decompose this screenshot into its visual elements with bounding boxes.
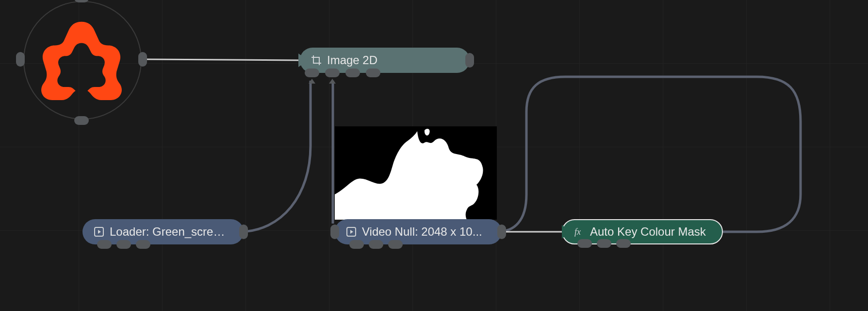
node-label: Image 2D bbox=[327, 53, 377, 67]
node-port-bottom-3[interactable] bbox=[345, 69, 360, 77]
node-preview-thumbnail bbox=[335, 126, 497, 220]
node-port-bottom-3[interactable] bbox=[136, 240, 150, 249]
node-port-right[interactable] bbox=[465, 53, 474, 68]
node-input-arrow bbox=[298, 53, 308, 67]
node-port-left[interactable] bbox=[330, 225, 339, 239]
hub-port-left[interactable] bbox=[16, 52, 25, 67]
node-port-bottom-2[interactable] bbox=[116, 240, 131, 249]
node-port-bottom-2[interactable] bbox=[597, 239, 611, 248]
node-port-bottom-1[interactable] bbox=[577, 239, 592, 248]
play-icon bbox=[345, 226, 357, 238]
node-input-arrow bbox=[562, 225, 572, 239]
node-port-bottom-1[interactable] bbox=[97, 240, 112, 249]
node-canvas[interactable]: Image 2D Loader: Green_screen ... bbox=[0, 0, 868, 311]
node-label: Loader: Green_screen ... bbox=[110, 225, 229, 239]
project-hub-node[interactable] bbox=[16, 0, 147, 124]
crop-icon bbox=[311, 54, 322, 66]
node-port-bottom-3[interactable] bbox=[388, 240, 403, 249]
node-port-bottom-4[interactable] bbox=[366, 69, 380, 77]
node-port-bottom-2[interactable] bbox=[325, 69, 340, 77]
node-label: Auto Key Colour Mask bbox=[590, 225, 706, 239]
node-port-bottom-3[interactable] bbox=[616, 239, 631, 248]
node-image-2d[interactable]: Image 2D bbox=[300, 48, 470, 73]
node-label: Video Null: 2048 x 10... bbox=[362, 225, 482, 239]
node-auto-key-colour-mask[interactable]: fx Auto Key Colour Mask bbox=[562, 219, 723, 244]
node-port-bottom-2[interactable] bbox=[369, 240, 383, 249]
app-logo-icon bbox=[41, 18, 122, 100]
node-video-null[interactable]: Video Null: 2048 x 10... bbox=[335, 219, 502, 244]
port-arrow-icon bbox=[309, 79, 315, 84]
node-port-bottom-1[interactable] bbox=[305, 69, 319, 77]
svg-text:fx: fx bbox=[574, 227, 581, 237]
hub-port-right[interactable] bbox=[138, 52, 147, 67]
fx-icon: fx bbox=[573, 226, 585, 238]
node-loader[interactable]: Loader: Green_screen ... bbox=[82, 219, 244, 244]
port-arrow-icon bbox=[329, 79, 336, 84]
node-port-right[interactable] bbox=[497, 225, 506, 239]
node-port-right[interactable] bbox=[239, 225, 248, 239]
play-icon bbox=[93, 226, 105, 238]
node-port-bottom-1[interactable] bbox=[349, 240, 364, 249]
hub-port-bottom[interactable] bbox=[74, 116, 89, 125]
